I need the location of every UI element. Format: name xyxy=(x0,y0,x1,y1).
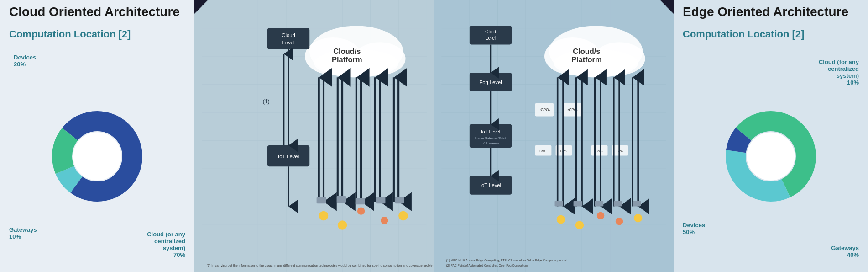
svg-text:IoT Level: IoT Level xyxy=(278,154,299,159)
svg-point-120 xyxy=(597,212,604,219)
left-diagram-panel: Cloud/s Platform Cloud Level IoT Level (… xyxy=(194,0,434,272)
svg-text:Cloud/s: Cloud/s xyxy=(573,47,600,55)
cloud-donut-container: Devices20% Gateways10% Cloud (or anycent… xyxy=(9,45,185,267)
svg-text:Le·el: Le·el xyxy=(486,36,496,41)
svg-point-122 xyxy=(634,214,642,222)
svg-rect-126 xyxy=(614,201,622,206)
cloud-computation-title: Computation Location [2] xyxy=(9,28,185,40)
svg-text:(1) In carrying out the inform: (1) In carrying out the information to t… xyxy=(207,264,434,267)
svg-text:(2) PAC Point of Automated Con: (2) PAC Point of Automated Controller, O… xyxy=(446,264,528,267)
svg-text:Level: Level xyxy=(282,40,295,45)
edge-computation-title: Computation Location [2] xyxy=(683,28,859,40)
svg-point-46 xyxy=(338,220,347,230)
svg-text:GW₃: GW₃ xyxy=(596,149,602,153)
cloud-title: Cloud Oriented Architecture xyxy=(9,5,185,19)
svg-rect-52 xyxy=(356,198,365,204)
svg-text:Fog Level: Fog Level xyxy=(479,80,502,85)
svg-rect-82 xyxy=(470,26,512,44)
svg-point-45 xyxy=(319,211,329,221)
devices-label-right: Devices50% xyxy=(683,222,705,235)
svg-rect-54 xyxy=(395,197,404,203)
edge-donut-chart xyxy=(721,106,821,207)
svg-point-47 xyxy=(357,207,365,214)
svg-text:Name Gateway/Point: Name Gateway/Point xyxy=(475,137,506,140)
svg-point-121 xyxy=(616,218,623,225)
edge-title: Edge Oriented Architecture xyxy=(683,5,859,19)
svg-text:(1): (1) xyxy=(263,98,270,105)
cloud-section: Cloud Oriented Architecture Computation … xyxy=(0,0,194,272)
cloud-donut-chart xyxy=(47,106,147,207)
svg-text:Platform: Platform xyxy=(571,55,602,64)
svg-point-133 xyxy=(747,132,795,181)
svg-rect-50 xyxy=(317,197,326,203)
svg-text:(1) MEC Multi-Access Edge Comp: (1) MEC Multi-Access Edge Computing, ETS… xyxy=(446,259,568,262)
cloud-label-left: Cloud (or anycentralizedsystem)70% xyxy=(147,231,185,258)
svg-point-118 xyxy=(557,215,565,224)
svg-text:Platform: Platform xyxy=(332,55,362,64)
svg-point-119 xyxy=(575,221,584,229)
svg-text:of Presence: of Presence xyxy=(482,142,499,145)
svg-point-48 xyxy=(381,217,388,224)
edge-section: Edge Oriented Architecture Computation L… xyxy=(674,0,868,272)
svg-text:IoT Level: IoT Level xyxy=(480,182,501,188)
svg-point-3 xyxy=(73,132,121,181)
svg-text:Cloud: Cloud xyxy=(282,32,295,38)
svg-rect-123 xyxy=(555,201,563,206)
svg-rect-127 xyxy=(633,201,641,206)
cloud-label-right: Cloud (for anycentralizedsystem)10% xyxy=(819,59,859,86)
svg-rect-51 xyxy=(337,196,346,203)
svg-rect-53 xyxy=(376,197,386,203)
right-diagram-panel: Cloud/s Platform Clo·d Le·el Fog Level I… xyxy=(434,0,674,272)
svg-text:Clo·d: Clo·d xyxy=(485,29,496,34)
svg-point-49 xyxy=(398,211,408,221)
edge-donut-container: Devices50% Gateways40% Cloud (for anycen… xyxy=(683,45,859,267)
edge-arch-svg: Cloud/s Platform Clo·d Le·el Fog Level I… xyxy=(434,0,674,272)
cloud-arch-svg: Cloud/s Platform Cloud Level IoT Level (… xyxy=(194,0,434,272)
svg-rect-124 xyxy=(574,201,582,206)
diagrams-area: Cloud/s Platform Cloud Level IoT Level (… xyxy=(194,0,674,272)
svg-text:eCPO₁: eCPO₁ xyxy=(539,108,550,112)
svg-rect-125 xyxy=(595,201,603,206)
svg-rect-26 xyxy=(267,28,309,49)
gateways-label-right: Gateways40% xyxy=(831,245,859,258)
svg-text:Cloud/s: Cloud/s xyxy=(333,47,361,55)
devices-label-left: Devices20% xyxy=(14,54,36,68)
gateways-label-left: Gateways10% xyxy=(9,226,37,240)
svg-text:IoT Level: IoT Level xyxy=(481,129,500,134)
svg-text:GW₁: GW₁ xyxy=(539,149,546,153)
